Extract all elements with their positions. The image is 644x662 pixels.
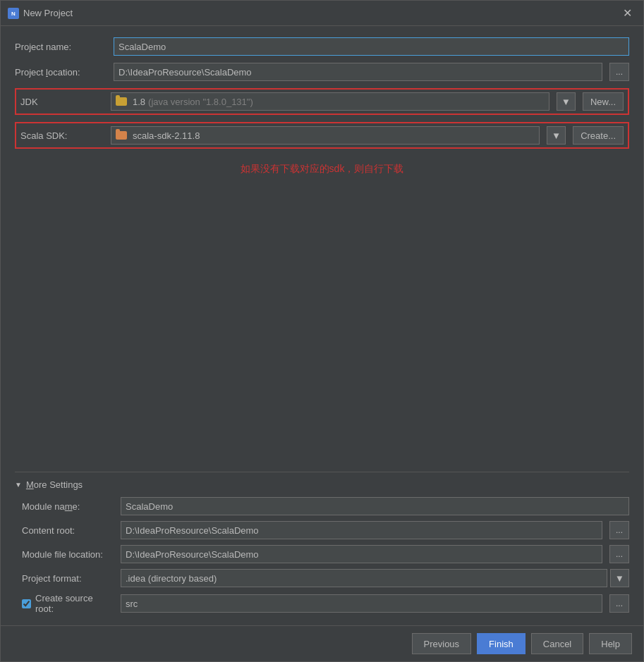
project-location-input[interactable] <box>114 63 602 81</box>
module-file-input[interactable] <box>121 545 602 563</box>
new-project-dialog: N New Project ✕ Project name: Project lo… <box>0 0 644 662</box>
project-format-input[interactable] <box>121 569 607 587</box>
project-format-label: Project format: <box>22 573 114 584</box>
project-format-row: Project format: ▼ <box>22 569 629 587</box>
content-root-label: Content root: <box>22 525 114 536</box>
project-name-input[interactable] <box>114 37 629 56</box>
project-format-wrapper: ▼ <box>121 569 629 587</box>
more-settings-form: Module name: Content root: ... Module fi… <box>15 497 629 614</box>
project-location-row: Project location: ... <box>15 63 629 81</box>
jdk-selector: 1.8 (java version "1.8.0_131") <box>111 92 549 111</box>
create-source-checkbox[interactable] <box>22 599 31 608</box>
jdk-new-button[interactable]: New... <box>583 92 624 111</box>
content-root-input[interactable] <box>121 521 602 539</box>
scala-sdk-row: Scala SDK: scala-sdk-2.11.8 ▼ Create... <box>15 122 629 149</box>
scala-sdk-folder-icon <box>116 131 127 140</box>
module-file-location-row: Module file location: ... <box>22 545 629 563</box>
sdk-notice-text: 如果没有下载对应的sdk，则自行下载 <box>15 163 629 176</box>
dialog-title: New Project <box>23 8 73 18</box>
scala-sdk-value: scala-sdk-2.11.8 <box>133 130 200 141</box>
dialog-icon: N <box>8 8 19 19</box>
more-settings-header[interactable]: ▼ More Settings <box>15 479 629 490</box>
module-file-label: Module file location: <box>22 549 114 560</box>
bottom-bar: Previous Finish Cancel Help <box>1 625 643 661</box>
more-settings-section: ▼ More Settings Module name: Content roo… <box>15 472 629 614</box>
scala-sdk-dropdown-button[interactable]: ▼ <box>547 126 566 145</box>
jdk-full-version: (java version "1.8.0_131") <box>148 97 253 107</box>
jdk-version: 1.8 <box>133 97 145 107</box>
source-root-browse-button[interactable]: ... <box>609 594 629 613</box>
svg-text:N: N <box>11 11 16 17</box>
content-root-browse-button[interactable]: ... <box>609 521 629 539</box>
source-root-input[interactable] <box>121 594 602 613</box>
project-format-dropdown-button[interactable]: ▼ <box>610 569 629 587</box>
close-button[interactable]: ✕ <box>619 5 636 21</box>
previous-button[interactable]: Previous <box>412 633 472 654</box>
module-name-input[interactable] <box>121 497 629 515</box>
module-file-browse-button[interactable]: ... <box>609 545 629 563</box>
finish-button[interactable]: Finish <box>477 633 525 654</box>
scala-sdk-selector: scala-sdk-2.11.8 <box>111 126 540 145</box>
jdk-folder-icon <box>116 97 127 106</box>
project-name-row: Project name: <box>15 37 629 56</box>
create-source-checkbox-area: Create source root: <box>22 593 114 614</box>
content-root-row: Content root: ... <box>22 521 629 539</box>
jdk-dropdown-button[interactable]: ▼ <box>557 92 576 111</box>
cancel-button[interactable]: Cancel <box>531 633 583 654</box>
jdk-label: JDK <box>20 97 104 107</box>
module-name-row: Module name: <box>22 497 629 515</box>
scala-sdk-label: Scala SDK: <box>20 130 104 141</box>
more-settings-triangle-icon: ▼ <box>15 481 22 489</box>
project-location-label: Project location: <box>15 67 107 78</box>
main-content: Project name: Project location: ... JDK … <box>1 26 643 625</box>
title-bar-left: N New Project <box>8 8 73 19</box>
title-bar: N New Project ✕ <box>1 1 643 26</box>
project-location-browse-button[interactable]: ... <box>609 63 629 81</box>
help-button[interactable]: Help <box>589 633 632 654</box>
create-source-root-row: Create source root: ... <box>22 593 629 614</box>
jdk-row: JDK 1.8 (java version "1.8.0_131") ▼ New… <box>15 88 629 115</box>
module-name-label: Module name: <box>22 501 114 512</box>
more-settings-title: More Settings <box>26 479 83 490</box>
create-source-label[interactable]: Create source root: <box>35 593 114 614</box>
spacer <box>15 190 629 465</box>
scala-sdk-create-button[interactable]: Create... <box>573 126 624 145</box>
project-name-label: Project name: <box>15 42 107 52</box>
